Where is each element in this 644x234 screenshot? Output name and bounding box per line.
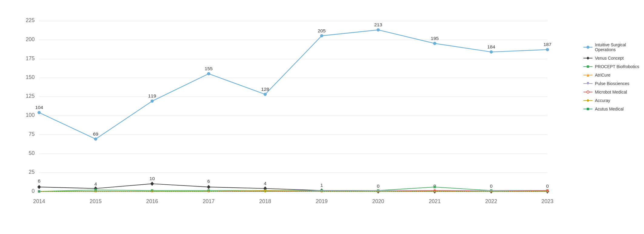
svg-point-35 xyxy=(320,34,323,37)
svg-text:4: 4 xyxy=(264,181,267,186)
svg-text:2021: 2021 xyxy=(429,198,441,204)
svg-text:2022: 2022 xyxy=(485,198,497,204)
legend-label-atricure: AtriCure xyxy=(595,73,610,77)
svg-text:0: 0 xyxy=(490,183,492,189)
svg-rect-99 xyxy=(38,190,40,193)
svg-text:10: 10 xyxy=(149,176,155,181)
svg-text:128: 128 xyxy=(261,87,269,92)
svg-rect-77 xyxy=(433,186,436,188)
svg-point-37 xyxy=(433,42,436,45)
chart-legend: Intuitive Surgical Operations Venus Conc… xyxy=(577,6,644,216)
legend-item-pulse: Pulse Biosciences xyxy=(583,81,644,86)
svg-marker-53 xyxy=(207,185,211,189)
svg-point-38 xyxy=(490,51,493,54)
svg-text:2018: 2018 xyxy=(259,198,271,204)
svg-text:4: 4 xyxy=(94,181,97,186)
svg-point-36 xyxy=(377,28,380,31)
chart-area: 0 25 50 75 100 125 150 175 200 225 2014 … xyxy=(18,6,577,216)
legend-label-procept: PROCEPT BioRobotics xyxy=(595,64,639,69)
svg-point-111 xyxy=(587,91,589,93)
svg-text:225: 225 xyxy=(26,18,35,24)
svg-text:200: 200 xyxy=(26,36,35,42)
svg-text:2023: 2023 xyxy=(542,198,554,204)
svg-marker-52 xyxy=(150,182,154,186)
legend-label-accuray: Accuray xyxy=(595,98,610,103)
svg-text:2014: 2014 xyxy=(33,198,45,204)
svg-text:205: 205 xyxy=(318,28,326,33)
svg-text:2020: 2020 xyxy=(372,198,384,204)
svg-text:175: 175 xyxy=(26,55,35,61)
legend-label-intuitive: Intuitive Surgical Operations xyxy=(595,42,644,52)
svg-marker-113 xyxy=(586,99,589,102)
legend-label-microbot: Microbot Medical xyxy=(595,90,627,94)
svg-point-34 xyxy=(264,93,267,96)
svg-text:100: 100 xyxy=(26,112,35,118)
legend-item-venus: Venus Concept xyxy=(583,56,644,61)
svg-text:1: 1 xyxy=(320,183,323,188)
legend-item-atricure: AtriCure xyxy=(583,73,644,77)
legend-item-microbot: Microbot Medical xyxy=(583,90,644,94)
svg-marker-103 xyxy=(586,57,589,60)
svg-text:150: 150 xyxy=(26,74,35,80)
svg-text:75: 75 xyxy=(29,131,35,137)
svg-rect-105 xyxy=(587,65,589,68)
legend-label-venus: Venus Concept xyxy=(595,56,624,61)
svg-text:2015: 2015 xyxy=(90,198,102,204)
svg-text:6: 6 xyxy=(207,179,210,184)
svg-text:155: 155 xyxy=(205,66,213,71)
svg-point-32 xyxy=(151,100,154,103)
chart-container: 0 25 50 75 100 125 150 175 200 225 2014 … xyxy=(0,0,644,234)
svg-text:125: 125 xyxy=(26,93,35,99)
svg-rect-115 xyxy=(587,108,589,110)
legend-item-acutus: Acutus Medical xyxy=(583,107,644,111)
svg-point-30 xyxy=(38,111,41,114)
line-chart: 0 25 50 75 100 125 150 175 200 225 2014 … xyxy=(18,6,577,216)
svg-text:184: 184 xyxy=(487,44,496,49)
svg-text:25: 25 xyxy=(29,169,35,175)
svg-point-39 xyxy=(546,48,549,51)
svg-text:2017: 2017 xyxy=(203,198,215,204)
legend-item-accuray: Accuray xyxy=(583,98,644,103)
legend-item-intuitive: Intuitive Surgical Operations xyxy=(583,42,644,52)
svg-text:104: 104 xyxy=(35,105,43,110)
svg-text:187: 187 xyxy=(543,42,551,47)
svg-text:119: 119 xyxy=(148,93,156,98)
svg-text:213: 213 xyxy=(374,22,382,27)
svg-marker-50 xyxy=(37,185,41,189)
svg-text:0: 0 xyxy=(32,188,35,194)
svg-text:195: 195 xyxy=(431,36,439,41)
svg-text:50: 50 xyxy=(29,150,35,156)
svg-point-33 xyxy=(207,72,210,75)
svg-point-31 xyxy=(94,137,97,140)
svg-text:0: 0 xyxy=(377,183,380,189)
legend-label-acutus: Acutus Medical xyxy=(595,107,624,111)
svg-text:6: 6 xyxy=(38,178,41,183)
svg-point-101 xyxy=(586,46,589,49)
svg-text:2019: 2019 xyxy=(316,198,328,204)
svg-text:69: 69 xyxy=(93,131,98,137)
legend-item-procept: PROCEPT BioRobotics xyxy=(583,64,644,69)
legend-label-pulse: Pulse Biosciences xyxy=(595,81,629,86)
svg-text:0: 0 xyxy=(546,183,549,189)
svg-text:2016: 2016 xyxy=(146,198,158,204)
